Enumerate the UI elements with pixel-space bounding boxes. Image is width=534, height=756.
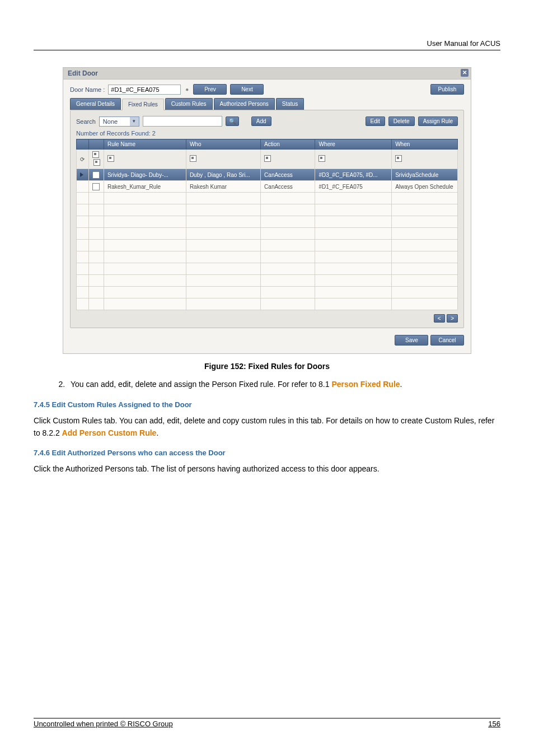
- publish-button[interactable]: Publish: [430, 84, 464, 95]
- cell-who: Duby , Diago , Rao Sri...: [186, 169, 260, 181]
- table-row: [77, 263, 458, 275]
- filter-icon[interactable]: [315, 150, 392, 169]
- filter-icon[interactable]: [88, 150, 104, 169]
- search-field-dropdown[interactable]: None ▾: [99, 116, 139, 127]
- edit-door-window: Edit Door ✕ Door Name : ● Prev Next Publ…: [63, 67, 471, 354]
- list-item: You can add, edit, delete and assign the…: [67, 379, 500, 390]
- cancel-button[interactable]: Cancel: [430, 335, 464, 346]
- list-text: .: [400, 380, 402, 389]
- row-checkbox[interactable]: [88, 181, 104, 193]
- table-row[interactable]: Srividya- Diago- Duby-... Duby , Diago ,…: [77, 169, 458, 181]
- page-footer: Uncontrolled when printed © RISCO Group …: [34, 718, 500, 728]
- tab-bar: General Details Fixed Rules Custom Rules…: [70, 98, 464, 110]
- section-heading-745: 7.4.5 Edit Custom Rules Assigned to the …: [34, 400, 500, 409]
- prev-button[interactable]: Prev: [193, 84, 227, 95]
- fixed-rules-panel: Search None ▾ 🔍 Add Edit Delete Assign R…: [70, 110, 464, 328]
- delete-button[interactable]: Delete: [388, 116, 415, 126]
- cell-who: Rakesh Kumar: [186, 181, 260, 193]
- table-row: [77, 275, 458, 287]
- cell-where: #D1_#C_FEA075: [315, 181, 392, 193]
- add-button[interactable]: Add: [251, 116, 271, 126]
- col-marker: [77, 139, 89, 150]
- window-title-bar: Edit Door ✕: [63, 68, 471, 80]
- table-row: [77, 240, 458, 251]
- row-marker-icon: [77, 169, 89, 181]
- tab-general-details[interactable]: General Details: [70, 98, 121, 110]
- cell-rule-name: Rakesh_Kumar_Rule: [104, 181, 186, 193]
- figure-caption: Figure 152: Fixed Rules for Doors: [34, 362, 500, 371]
- col-who[interactable]: Who: [186, 139, 260, 150]
- footer-left: Uncontrolled when printed © RISCO Group: [34, 720, 173, 728]
- search-field-value: None: [100, 117, 130, 126]
- filter-icon[interactable]: [392, 150, 458, 169]
- pager-next-button[interactable]: >: [447, 314, 458, 323]
- chevron-down-icon: ▾: [130, 117, 139, 126]
- person-fixed-rule-link[interactable]: Person Fixed Rule: [331, 380, 400, 389]
- window-title: Edit Door: [68, 69, 98, 77]
- edit-button[interactable]: Edit: [366, 116, 385, 126]
- filter-icon[interactable]: [104, 150, 186, 169]
- table-row: [77, 298, 458, 310]
- col-check: [88, 139, 104, 150]
- table-row: [77, 287, 458, 298]
- cell-rule-name: Srividya- Diago- Duby-...: [104, 169, 186, 181]
- filter-icon[interactable]: ⟳: [77, 150, 89, 169]
- lock-icon: ●: [184, 86, 190, 92]
- next-button[interactable]: Next: [230, 84, 264, 95]
- assign-rule-button[interactable]: Assign Rule: [418, 116, 458, 126]
- col-when[interactable]: When: [392, 139, 458, 150]
- pager-prev-button[interactable]: <: [434, 314, 445, 323]
- tab-status[interactable]: Status: [276, 98, 304, 110]
- page-number: 156: [488, 720, 500, 728]
- cell-action: CanAccess: [261, 169, 315, 181]
- row-checkbox[interactable]: [88, 169, 104, 181]
- door-name-label: Door Name :: [70, 86, 105, 93]
- cell-when: Always Open Schedule: [392, 181, 458, 193]
- filter-icon[interactable]: [261, 150, 315, 169]
- table-row: [77, 228, 458, 240]
- table-row: [77, 251, 458, 263]
- search-input[interactable]: [143, 116, 222, 127]
- table-row[interactable]: Rakesh_Kumar_Rule Rakesh Kumar CanAccess…: [77, 181, 458, 193]
- save-button[interactable]: Save: [395, 335, 428, 346]
- tab-fixed-rules[interactable]: Fixed Rules: [122, 99, 164, 110]
- tab-authorized-persons[interactable]: Authorized Persons: [214, 98, 275, 110]
- rules-table: Rule Name Who Action Where When ⟳: [76, 139, 458, 310]
- door-name-input[interactable]: [108, 85, 181, 95]
- section-para: Click the Authorized Persons tab. The li…: [34, 463, 500, 475]
- records-found: Number of Records Found: 2: [76, 130, 458, 137]
- search-label: Search: [76, 118, 96, 125]
- section-para: Click Custom Rules tab. You can add, edi…: [34, 414, 500, 440]
- cell-when: SrividyaSchedule: [392, 169, 458, 181]
- cell-action: CanAccess: [261, 181, 315, 193]
- list-text: You can add, edit, delete and assign the…: [71, 380, 331, 389]
- page-header: User Manual for ACUS: [34, 39, 500, 50]
- cell-where: #D3_#C_FEA075, #D...: [315, 169, 392, 181]
- numbered-list: You can add, edit, delete and assign the…: [67, 379, 500, 390]
- table-row: [77, 193, 458, 204]
- para-text: .: [156, 428, 158, 437]
- col-where[interactable]: Where: [315, 139, 392, 150]
- pager: < >: [76, 314, 458, 322]
- filter-icon[interactable]: [186, 150, 260, 169]
- filter-row: ⟳: [77, 150, 458, 169]
- tab-custom-rules[interactable]: Custom Rules: [165, 98, 213, 110]
- col-action[interactable]: Action: [261, 139, 315, 150]
- col-rule-name[interactable]: Rule Name: [104, 139, 186, 150]
- search-icon[interactable]: 🔍: [226, 116, 239, 126]
- close-icon[interactable]: ✕: [461, 69, 469, 77]
- section-heading-746: 7.4.6 Edit Authorized Persons who can ac…: [34, 449, 500, 457]
- table-row: [77, 216, 458, 228]
- table-row: [77, 204, 458, 216]
- add-person-custom-rule-link[interactable]: Add Person Custom Rule: [62, 428, 157, 437]
